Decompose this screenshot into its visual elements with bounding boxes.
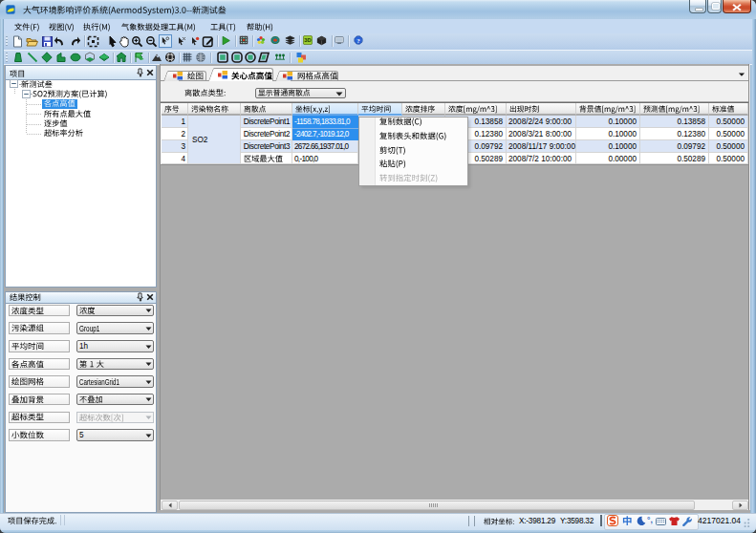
- svg-text:3D: 3D: [304, 37, 311, 43]
- svg-text:?: ?: [356, 37, 360, 44]
